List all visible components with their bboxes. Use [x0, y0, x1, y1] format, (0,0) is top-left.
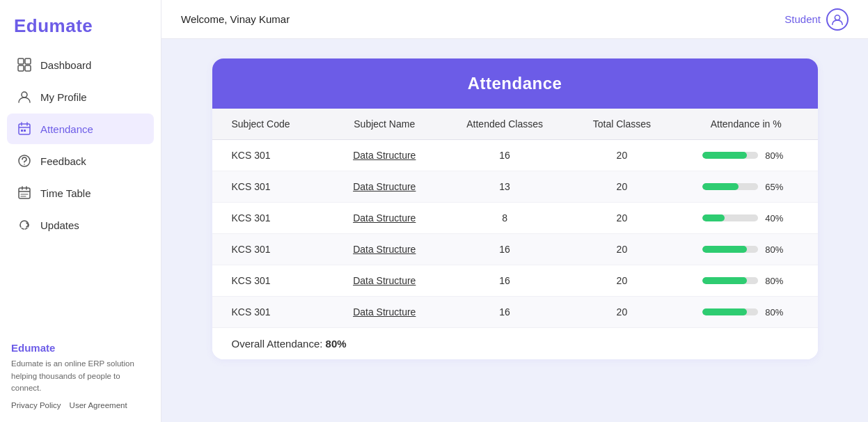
topbar: Welcome, Vinay Kumar Student [161, 0, 868, 39]
cell-subject-name[interactable]: Data Structure [329, 203, 440, 234]
svg-rect-6 [21, 130, 23, 132]
progress-bar-bg [702, 246, 758, 253]
table-row: KCS 301Data Structure162080% [212, 265, 818, 297]
sidebar-item-time-table-label: Time Table [40, 187, 91, 199]
progress-percent-label: 40% [765, 213, 789, 224]
progress-bar-fill [702, 308, 747, 315]
cell-subject-name[interactable]: Data Structure [329, 171, 440, 203]
overall-value: 80% [326, 338, 347, 350]
svg-rect-7 [24, 130, 26, 132]
progress-bar-bg [702, 214, 758, 221]
col-attended: Attended Classes [440, 109, 569, 140]
progress-bar-bg [702, 152, 758, 159]
sidebar-item-my-profile[interactable]: My Profile [7, 81, 154, 112]
sidebar-footer: Edumate Edumate is an online ERP solutio… [0, 331, 161, 422]
col-percent: Attendance in % [674, 109, 818, 140]
svg-rect-3 [25, 65, 31, 71]
cell-subject-name[interactable]: Data Structure [329, 140, 440, 171]
user-role-label: Student [784, 13, 821, 25]
svg-point-11 [835, 15, 839, 19]
cell-subject-code: KCS 301 [212, 297, 329, 328]
cell-attendance-percent: 80% [674, 297, 818, 328]
svg-point-9 [24, 164, 25, 165]
feedback-icon [17, 153, 32, 169]
sidebar-item-updates-label: Updates [40, 219, 79, 231]
svg-rect-1 [25, 58, 31, 64]
user-agreement-link[interactable]: User Agreement [70, 401, 127, 409]
overall-label: Overall Attendance: [232, 338, 323, 350]
user-avatar [826, 8, 849, 31]
cell-total: 20 [569, 297, 674, 328]
progress-bar-fill [702, 277, 747, 284]
progress-bar-bg [702, 183, 758, 190]
cell-subject-code: KCS 301 [212, 203, 329, 234]
user-menu[interactable]: Student [784, 8, 849, 31]
cell-subject-code: KCS 301 [212, 171, 329, 203]
cell-attendance-percent: 80% [674, 234, 818, 265]
cell-attended: 16 [440, 234, 569, 265]
cell-attended: 16 [440, 265, 569, 297]
svg-rect-5 [19, 124, 30, 134]
privacy-policy-link[interactable]: Privacy Policy [11, 401, 61, 409]
attendance-card-header: Attendance [212, 58, 818, 109]
sidebar-item-feedback[interactable]: Feedback [7, 146, 154, 176]
cell-total: 20 [569, 265, 674, 297]
dashboard-icon [17, 57, 32, 72]
cell-total: 20 [569, 140, 674, 171]
svg-rect-2 [18, 65, 24, 71]
cell-subject-name[interactable]: Data Structure [329, 265, 440, 297]
cell-attended: 16 [440, 297, 569, 328]
svg-rect-10 [19, 188, 30, 198]
sidebar-item-attendance[interactable]: Attendance [7, 114, 154, 144]
cell-attended: 16 [440, 140, 569, 171]
table-row: KCS 301Data Structure132065% [212, 171, 818, 203]
table-row: KCS 301Data Structure162080% [212, 234, 818, 265]
footer-brand: Edumate [11, 342, 150, 354]
cell-attended: 8 [440, 203, 569, 234]
col-total: Total Classes [569, 109, 674, 140]
cell-subject-code: KCS 301 [212, 234, 329, 265]
sidebar-item-feedback-label: Feedback [40, 155, 86, 167]
progress-bar-bg [702, 277, 758, 284]
progress-percent-label: 80% [765, 150, 789, 161]
cell-attendance-percent: 40% [674, 203, 818, 234]
profile-icon [17, 89, 32, 104]
sidebar-item-my-profile-label: My Profile [40, 91, 87, 103]
progress-percent-label: 80% [765, 244, 789, 255]
cell-total: 20 [569, 203, 674, 234]
col-subject-name: Subject Name [329, 109, 440, 140]
cell-attendance-percent: 65% [674, 171, 818, 203]
cell-attended: 13 [440, 171, 569, 203]
sidebar: Edumate Dashboard My Profile [0, 0, 161, 422]
cell-total: 20 [569, 234, 674, 265]
main-content: Welcome, Vinay Kumar Student Attendance … [161, 0, 868, 422]
svg-point-4 [22, 92, 27, 97]
progress-percent-label: 65% [765, 182, 789, 192]
overall-attendance-row: Overall Attendance: 80% [212, 328, 818, 360]
cell-subject-name[interactable]: Data Structure [329, 297, 440, 328]
cell-attendance-percent: 80% [674, 140, 818, 171]
page-content: Attendance Subject Code Subject Name Att… [161, 39, 868, 422]
sidebar-item-dashboard-label: Dashboard [40, 59, 91, 71]
attendance-table: Subject Code Subject Name Attended Class… [212, 109, 818, 359]
progress-bar-bg [702, 308, 758, 315]
sidebar-item-updates[interactable]: Updates [7, 210, 154, 240]
svg-rect-0 [18, 58, 24, 64]
progress-percent-label: 80% [765, 276, 789, 286]
cell-total: 20 [569, 171, 674, 203]
progress-bar-fill [702, 152, 747, 159]
table-row: KCS 301Data Structure82040% [212, 203, 818, 234]
overall-attendance-cell: Overall Attendance: 80% [212, 328, 818, 360]
updates-icon [17, 217, 32, 233]
sidebar-item-dashboard[interactable]: Dashboard [7, 49, 154, 80]
progress-bar-fill [702, 246, 747, 253]
footer-links: Privacy Policy User Agreement [11, 401, 150, 409]
cell-subject-name[interactable]: Data Structure [329, 234, 440, 265]
table-header-row: Subject Code Subject Name Attended Class… [212, 109, 818, 140]
sidebar-item-time-table[interactable]: Time Table [7, 178, 154, 208]
table-row: KCS 301Data Structure162080% [212, 297, 818, 328]
col-subject-code: Subject Code [212, 109, 329, 140]
welcome-message: Welcome, Vinay Kumar [181, 13, 290, 25]
progress-bar-fill [702, 214, 725, 221]
cell-subject-code: KCS 301 [212, 140, 329, 171]
